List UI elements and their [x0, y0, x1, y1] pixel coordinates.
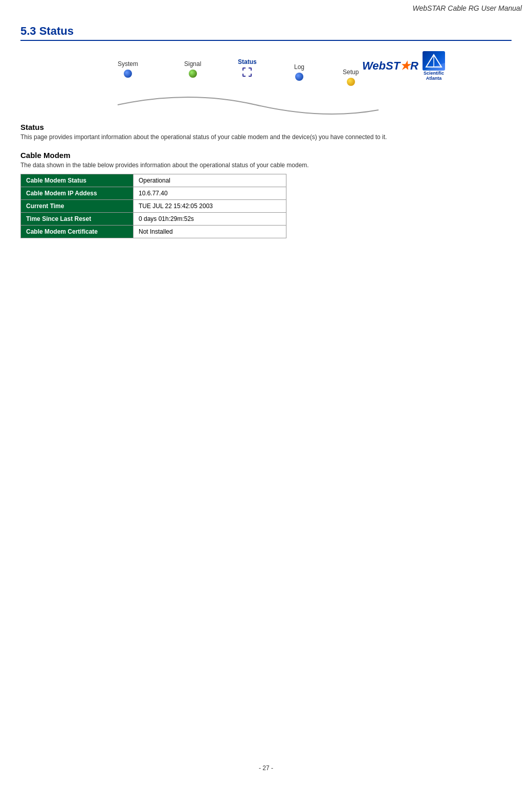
nav-item-status[interactable]: Status	[238, 58, 257, 77]
page-content: 5.3 Status System Signal Status	[0, 14, 532, 269]
table-value-0: Operational	[134, 174, 286, 187]
nav-status-label: Status	[238, 58, 257, 65]
nav-signal-label: Signal	[184, 60, 201, 68]
nav-bar: System Signal Status Log Setup	[87, 51, 445, 107]
section-heading: 5.3 Status	[20, 25, 512, 41]
table-label-2: Current Time	[21, 200, 134, 213]
sa-logo-svg	[424, 53, 444, 69]
nav-system-dot	[124, 70, 132, 78]
scientific-atlanta-logo: Scientific Atlanta	[423, 51, 445, 81]
nav-item-signal[interactable]: Signal	[184, 60, 201, 78]
table-value-2: TUE JUL 22 15:42:05 2003	[134, 200, 286, 213]
nav-log-label: Log	[294, 63, 304, 71]
table-value-4: Not Installed	[134, 226, 286, 238]
cable-modem-section: Cable Modem The data shown in the table …	[20, 151, 512, 238]
table-label-1: Cable Modem IP Addess	[21, 187, 134, 200]
header-title: WebSTAR Cable RG User Manual	[413, 4, 522, 12]
sa-text-line2: Atlanta	[426, 76, 442, 81]
nav-status-dot	[242, 68, 252, 77]
table-row: Time Since Last Reset0 days 01h:29m:52s	[21, 213, 286, 226]
sa-logo-box	[423, 51, 445, 71]
nav-signal-dot	[189, 70, 197, 78]
logo-area: WebST★R Scientific Atlanta	[362, 51, 445, 81]
sa-text-line1: Scientific	[424, 71, 444, 76]
header: WebSTAR Cable RG User Manual	[0, 0, 532, 14]
table-value-3: 0 days 01h:29m:52s	[134, 213, 286, 226]
cable-modem-table: Cable Modem StatusOperationalCable Modem…	[20, 174, 286, 238]
nav-setup-label: Setup	[343, 69, 359, 76]
table-label-3: Time Since Last Reset	[21, 213, 134, 226]
cable-modem-description: The data shown in the table below provid…	[20, 162, 512, 169]
table-row: Cable Modem StatusOperational	[21, 174, 286, 187]
nav-item-system[interactable]: System	[118, 60, 138, 78]
nav-bar-container: System Signal Status Log Setup	[20, 51, 512, 107]
table-row: Cable Modem CertificateNot Installed	[21, 226, 286, 238]
nav-item-log[interactable]: Log	[294, 63, 304, 81]
status-description: This page provides important information…	[20, 133, 512, 141]
table-label-4: Cable Modem Certificate	[21, 226, 134, 238]
nav-setup-dot	[347, 78, 355, 86]
table-value-1: 10.6.77.40	[134, 187, 286, 200]
table-row: Cable Modem IP Addess10.6.77.40	[21, 187, 286, 200]
webstar-logo: WebST★R	[362, 59, 418, 73]
nav-system-label: System	[118, 60, 138, 68]
table-label-0: Cable Modem Status	[21, 174, 134, 187]
cable-modem-heading: Cable Modem	[20, 151, 512, 160]
status-section: Status This page provides important info…	[20, 123, 512, 141]
table-row: Current TimeTUE JUL 22 15:42:05 2003	[21, 200, 286, 213]
star-char: ★	[400, 59, 410, 72]
footer: - 27 -	[0, 764, 532, 772]
nav-item-setup[interactable]: Setup	[343, 69, 359, 86]
nav-curve-line	[87, 79, 445, 120]
page-number: - 27 -	[259, 764, 273, 772]
nav-log-dot	[295, 73, 303, 81]
status-heading: Status	[20, 123, 512, 131]
